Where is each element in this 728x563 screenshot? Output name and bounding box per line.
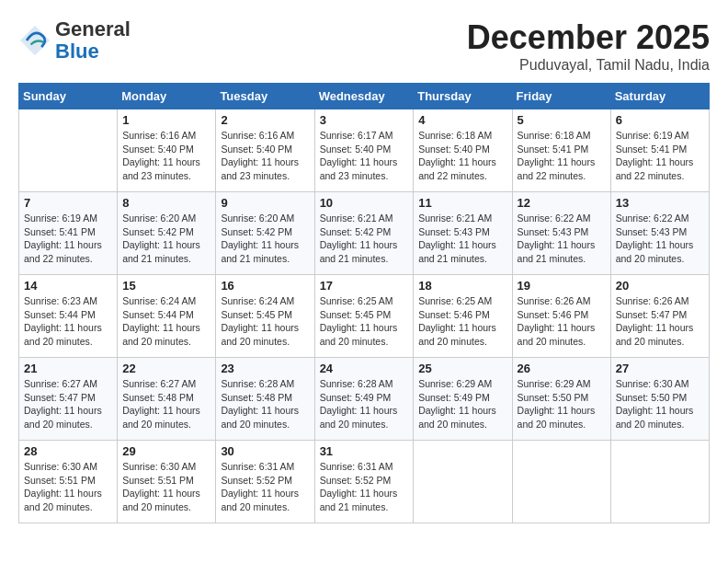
calendar-cell: 25Sunrise: 6:29 AM Sunset: 5:49 PM Dayli… bbox=[414, 358, 512, 441]
calendar-cell bbox=[19, 109, 118, 192]
calendar-body: 1Sunrise: 6:16 AM Sunset: 5:40 PM Daylig… bbox=[19, 109, 710, 523]
calendar-cell: 3Sunrise: 6:17 AM Sunset: 5:40 PM Daylig… bbox=[314, 109, 414, 192]
calendar-header: SundayMondayTuesdayWednesdayThursdayFrid… bbox=[19, 84, 710, 109]
calendar-cell: 13Sunrise: 6:22 AM Sunset: 5:43 PM Dayli… bbox=[610, 192, 709, 275]
calendar-cell: 8Sunrise: 6:20 AM Sunset: 5:42 PM Daylig… bbox=[118, 192, 216, 275]
day-info: Sunrise: 6:27 AM Sunset: 5:47 PM Dayligh… bbox=[24, 377, 112, 431]
calendar-cell: 5Sunrise: 6:18 AM Sunset: 5:41 PM Daylig… bbox=[512, 109, 610, 192]
day-info: Sunrise: 6:25 AM Sunset: 5:45 PM Dayligh… bbox=[320, 294, 409, 349]
day-number: 22 bbox=[122, 362, 210, 375]
calendar-cell: 11Sunrise: 6:21 AM Sunset: 5:43 PM Dayli… bbox=[414, 192, 512, 275]
weekday-wednesday: Wednesday bbox=[314, 84, 414, 109]
day-info: Sunrise: 6:21 AM Sunset: 5:42 PM Dayligh… bbox=[320, 212, 409, 266]
day-info: Sunrise: 6:30 AM Sunset: 5:50 PM Dayligh… bbox=[616, 377, 704, 431]
day-info: Sunrise: 6:24 AM Sunset: 5:44 PM Dayligh… bbox=[122, 294, 210, 349]
day-number: 5 bbox=[518, 113, 606, 127]
calendar-week-3: 14Sunrise: 6:23 AM Sunset: 5:44 PM Dayli… bbox=[19, 275, 710, 358]
calendar-cell: 21Sunrise: 6:27 AM Sunset: 5:47 PM Dayli… bbox=[19, 358, 118, 441]
calendar-cell: 4Sunrise: 6:18 AM Sunset: 5:40 PM Daylig… bbox=[414, 109, 512, 192]
calendar-cell: 10Sunrise: 6:21 AM Sunset: 5:42 PM Dayli… bbox=[314, 192, 414, 275]
day-number: 6 bbox=[616, 113, 704, 127]
day-info: Sunrise: 6:29 AM Sunset: 5:49 PM Dayligh… bbox=[418, 377, 506, 431]
day-info: Sunrise: 6:27 AM Sunset: 5:48 PM Dayligh… bbox=[122, 377, 210, 431]
logo-blue: Blue bbox=[55, 40, 131, 63]
day-info: Sunrise: 6:23 AM Sunset: 5:44 PM Dayligh… bbox=[24, 294, 112, 349]
day-info: Sunrise: 6:18 AM Sunset: 5:41 PM Dayligh… bbox=[518, 129, 606, 183]
calendar-cell: 14Sunrise: 6:23 AM Sunset: 5:44 PM Dayli… bbox=[19, 275, 118, 358]
calendar-cell: 26Sunrise: 6:29 AM Sunset: 5:50 PM Dayli… bbox=[512, 358, 610, 441]
weekday-row: SundayMondayTuesdayWednesdayThursdayFrid… bbox=[19, 84, 710, 109]
day-info: Sunrise: 6:26 AM Sunset: 5:46 PM Dayligh… bbox=[518, 294, 606, 349]
logo-icon bbox=[18, 24, 51, 57]
logo-text: General Blue bbox=[55, 18, 131, 63]
calendar-cell: 12Sunrise: 6:22 AM Sunset: 5:43 PM Dayli… bbox=[512, 192, 610, 275]
calendar-cell: 19Sunrise: 6:26 AM Sunset: 5:46 PM Dayli… bbox=[512, 275, 610, 358]
day-info: Sunrise: 6:22 AM Sunset: 5:43 PM Dayligh… bbox=[518, 212, 606, 266]
calendar-cell: 18Sunrise: 6:25 AM Sunset: 5:46 PM Dayli… bbox=[414, 275, 512, 358]
day-number: 13 bbox=[616, 196, 704, 210]
day-number: 1 bbox=[122, 113, 210, 127]
calendar-cell: 31Sunrise: 6:31 AM Sunset: 5:52 PM Dayli… bbox=[314, 441, 414, 523]
day-number: 20 bbox=[616, 279, 704, 293]
day-number: 26 bbox=[518, 362, 606, 375]
calendar-cell: 29Sunrise: 6:30 AM Sunset: 5:51 PM Dayli… bbox=[118, 441, 216, 523]
day-number: 14 bbox=[24, 279, 112, 293]
calendar-cell bbox=[512, 441, 610, 523]
calendar-cell bbox=[610, 441, 709, 523]
day-number: 10 bbox=[320, 196, 409, 210]
day-info: Sunrise: 6:26 AM Sunset: 5:47 PM Dayligh… bbox=[616, 294, 704, 349]
weekday-saturday: Saturday bbox=[610, 84, 709, 109]
calendar-cell: 2Sunrise: 6:16 AM Sunset: 5:40 PM Daylig… bbox=[216, 109, 314, 192]
day-number: 25 bbox=[418, 362, 506, 375]
day-number: 31 bbox=[320, 444, 409, 458]
day-info: Sunrise: 6:24 AM Sunset: 5:45 PM Dayligh… bbox=[221, 294, 309, 349]
day-number: 30 bbox=[221, 444, 309, 458]
day-number: 11 bbox=[418, 196, 506, 210]
weekday-monday: Monday bbox=[118, 84, 216, 109]
day-info: Sunrise: 6:19 AM Sunset: 5:41 PM Dayligh… bbox=[616, 129, 704, 183]
day-number: 27 bbox=[616, 362, 704, 375]
day-info: Sunrise: 6:18 AM Sunset: 5:40 PM Dayligh… bbox=[418, 129, 506, 183]
day-number: 21 bbox=[24, 362, 112, 375]
weekday-friday: Friday bbox=[512, 84, 610, 109]
calendar-cell: 17Sunrise: 6:25 AM Sunset: 5:45 PM Dayli… bbox=[314, 275, 414, 358]
day-info: Sunrise: 6:21 AM Sunset: 5:43 PM Dayligh… bbox=[418, 212, 506, 266]
day-number: 16 bbox=[221, 279, 309, 293]
day-info: Sunrise: 6:20 AM Sunset: 5:42 PM Dayligh… bbox=[122, 212, 210, 266]
day-info: Sunrise: 6:17 AM Sunset: 5:40 PM Dayligh… bbox=[320, 129, 409, 183]
calendar-week-5: 28Sunrise: 6:30 AM Sunset: 5:51 PM Dayli… bbox=[19, 441, 710, 523]
calendar-cell: 28Sunrise: 6:30 AM Sunset: 5:51 PM Dayli… bbox=[19, 441, 118, 523]
day-info: Sunrise: 6:22 AM Sunset: 5:43 PM Dayligh… bbox=[616, 212, 704, 266]
day-info: Sunrise: 6:30 AM Sunset: 5:51 PM Dayligh… bbox=[122, 460, 210, 514]
calendar-cell: 15Sunrise: 6:24 AM Sunset: 5:44 PM Dayli… bbox=[118, 275, 216, 358]
day-info: Sunrise: 6:25 AM Sunset: 5:46 PM Dayligh… bbox=[418, 294, 506, 349]
calendar-cell: 7Sunrise: 6:19 AM Sunset: 5:41 PM Daylig… bbox=[19, 192, 118, 275]
day-number: 9 bbox=[221, 196, 309, 210]
calendar-cell: 16Sunrise: 6:24 AM Sunset: 5:45 PM Dayli… bbox=[216, 275, 314, 358]
calendar-cell bbox=[414, 441, 512, 523]
day-number: 19 bbox=[518, 279, 606, 293]
calendar-cell: 22Sunrise: 6:27 AM Sunset: 5:48 PM Dayli… bbox=[118, 358, 216, 441]
day-info: Sunrise: 6:16 AM Sunset: 5:40 PM Dayligh… bbox=[122, 129, 210, 183]
page-header: General Blue December 2025 Puduvayal, Ta… bbox=[18, 18, 710, 74]
logo: General Blue bbox=[18, 18, 131, 63]
weekday-tuesday: Tuesday bbox=[216, 84, 314, 109]
day-number: 24 bbox=[320, 362, 409, 375]
calendar-week-1: 1Sunrise: 6:16 AM Sunset: 5:40 PM Daylig… bbox=[19, 109, 710, 192]
weekday-sunday: Sunday bbox=[19, 84, 118, 109]
calendar-cell: 9Sunrise: 6:20 AM Sunset: 5:42 PM Daylig… bbox=[216, 192, 314, 275]
logo-general: General bbox=[55, 18, 131, 40]
calendar-cell: 20Sunrise: 6:26 AM Sunset: 5:47 PM Dayli… bbox=[610, 275, 709, 358]
day-info: Sunrise: 6:31 AM Sunset: 5:52 PM Dayligh… bbox=[221, 460, 309, 514]
day-number: 17 bbox=[320, 279, 409, 293]
calendar-week-4: 21Sunrise: 6:27 AM Sunset: 5:47 PM Dayli… bbox=[19, 358, 710, 441]
weekday-thursday: Thursday bbox=[414, 84, 512, 109]
day-number: 7 bbox=[24, 196, 112, 210]
day-number: 29 bbox=[122, 444, 210, 458]
calendar-cell: 23Sunrise: 6:28 AM Sunset: 5:48 PM Dayli… bbox=[216, 358, 314, 441]
day-number: 2 bbox=[221, 113, 309, 127]
calendar-week-2: 7Sunrise: 6:19 AM Sunset: 5:41 PM Daylig… bbox=[19, 192, 710, 275]
day-info: Sunrise: 6:28 AM Sunset: 5:49 PM Dayligh… bbox=[320, 377, 409, 431]
location: Puduvayal, Tamil Nadu, India bbox=[467, 57, 710, 74]
calendar-cell: 1Sunrise: 6:16 AM Sunset: 5:40 PM Daylig… bbox=[118, 109, 216, 192]
